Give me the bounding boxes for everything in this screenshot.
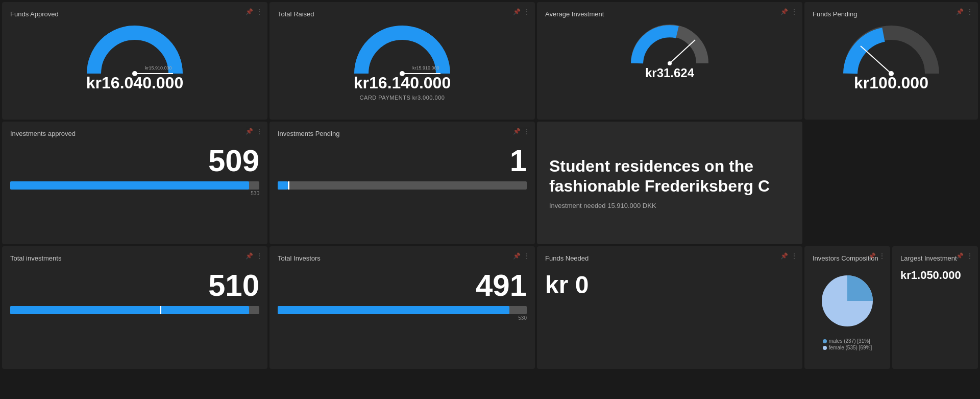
females-dot — [823, 346, 827, 350]
card-icons-9: 📌 ⋮ — [956, 8, 973, 15]
bar-fill-3 — [10, 306, 249, 314]
total-raised-gauge: kr15.910.000 kr16.140.000 CARD PAYMENTS … — [278, 22, 527, 101]
total-investors-bar — [278, 306, 527, 314]
card-icons-3: 📌 ⋮ — [780, 8, 797, 15]
pie-chart — [814, 268, 880, 334]
funds-pending-card: Funds Pending 📌 ⋮ kr100.000 — [804, 2, 978, 120]
legend-males: males (237) [31%] — [823, 338, 872, 344]
dots-icon-10[interactable]: ⋮ — [879, 252, 885, 260]
total-investments-bar — [10, 306, 259, 314]
card-icons: 📌 ⋮ — [246, 8, 262, 15]
investments-pending-card: Investments Pending 📌 ⋮ 1 — [270, 122, 535, 244]
pin-icon-9: 📌 — [956, 8, 964, 15]
total-investments-card: Total investments 📌 ⋮ 510 — [2, 246, 267, 369]
funds-approved-value: kr16.040.000 — [86, 74, 183, 92]
funds-needed-card: Funds Needed 📌 ⋮ kr 0 — [537, 246, 802, 369]
pin-icon-4: 📌 — [246, 128, 253, 135]
avg-investment-gauge: kr31.624 — [545, 22, 794, 80]
investments-approved-card: Investments approved 📌 ⋮ 509 530 — [2, 122, 267, 244]
project-card: Student residences on the fashionable Fr… — [537, 122, 802, 244]
pin-icon: 📌 — [246, 8, 253, 15]
card-icons-6: 📌 ⋮ — [246, 252, 262, 260]
card-icons-4: 📌 ⋮ — [246, 128, 262, 135]
funds-needed-value: kr 0 — [545, 271, 794, 299]
total-raised-card: Total Raised 📌 ⋮ kr15.910.000 kr16.140.0… — [270, 2, 535, 120]
funds-pending-title: Funds Pending — [813, 10, 857, 18]
gauge-svg-2: kr15.910.000 — [351, 22, 453, 79]
dots-icon-3[interactable]: ⋮ — [791, 8, 797, 15]
bar-marker-2 — [160, 306, 161, 314]
investments-approved-bar — [10, 181, 259, 190]
dots-icon-5[interactable]: ⋮ — [524, 128, 530, 135]
dots-icon-11[interactable]: ⋮ — [967, 252, 973, 260]
largest-investment-value: kr1.050.000 — [900, 269, 970, 282]
pin-icon-8: 📌 — [780, 252, 788, 260]
total-investments-title: Total investments — [10, 254, 61, 262]
funds-approved-card: Funds Approved 📌 ⋮ kr15.910.000 kr16.040… — [2, 2, 267, 120]
card-icons-8: 📌 ⋮ — [780, 252, 797, 260]
dots-icon[interactable]: ⋮ — [256, 8, 262, 15]
largest-investment-card: Largest Investment 📌 ⋮ kr1.050.000 — [892, 246, 978, 369]
bar-marker — [288, 181, 289, 190]
dots-icon-9[interactable]: ⋮ — [967, 8, 973, 15]
bottom-right-grid: Investors Composition 📌 ⋮ males (237) [3… — [804, 246, 978, 369]
gauge-svg-4 — [840, 22, 942, 79]
project-title: Student residences on the fashionable Fr… — [549, 156, 790, 196]
gauge-svg-3 — [629, 22, 710, 68]
average-investment-card: Average Investment 📌 ⋮ kr31.624 — [537, 2, 802, 120]
avg-investment-title: Average Investment — [545, 10, 604, 18]
total-investors-bar-label: 530 — [278, 315, 527, 321]
investments-approved-title: Investments approved — [10, 130, 76, 137]
card-icons-10: 📌 ⋮ — [868, 252, 885, 260]
card-icons-11: 📌 ⋮ — [956, 252, 973, 260]
total-investors-title: Total Investors — [278, 254, 321, 262]
total-investors-value: 491 — [278, 268, 527, 303]
dots-icon-4[interactable]: ⋮ — [256, 128, 262, 135]
pie-chart-container: males (237) [31%] female (535) [69%] — [813, 268, 882, 351]
dots-icon-7[interactable]: ⋮ — [524, 252, 530, 260]
funds-pending-gauge: kr100.000 — [813, 22, 970, 92]
svg-line-9 — [861, 46, 891, 74]
males-dot — [823, 339, 827, 343]
svg-text:kr15.910.000: kr15.910.000 — [412, 65, 439, 71]
investments-pending-title: Investments Pending — [278, 130, 339, 137]
funds-pending-value: kr100.000 — [854, 74, 928, 92]
pin-icon-3: 📌 — [780, 8, 788, 15]
pin-icon-7: 📌 — [513, 252, 521, 260]
dots-icon-8[interactable]: ⋮ — [791, 252, 797, 260]
females-label: female (535) [69%] — [829, 345, 872, 350]
svg-text:kr15.910.000: kr15.910.000 — [145, 65, 172, 71]
total-investments-value: 510 — [10, 268, 259, 303]
dots-icon-6[interactable]: ⋮ — [256, 252, 262, 260]
funds-needed-title: Funds Needed — [545, 254, 589, 262]
investments-approved-bar-label: 530 — [10, 191, 259, 196]
pin-icon-6: 📌 — [246, 252, 253, 260]
bar-fill — [10, 181, 249, 190]
pin-icon-10: 📌 — [868, 252, 876, 260]
svg-line-7 — [670, 40, 695, 63]
project-subtitle: Investment needed 15.910.000 DKK — [549, 202, 790, 209]
card-icons-7: 📌 ⋮ — [513, 252, 530, 260]
investments-pending-bar — [278, 181, 527, 190]
card-icons-5: 📌 ⋮ — [513, 128, 530, 135]
bar-fill-2 — [278, 181, 288, 190]
largest-investment-title: Largest Investment — [900, 254, 957, 262]
funds-approved-gauge: kr15.910.000 kr16.040.000 — [10, 22, 259, 92]
investments-pending-value: 1 — [278, 143, 527, 178]
total-raised-sub: CARD PAYMENTS kr3.000.000 — [360, 95, 445, 101]
total-raised-title: Total Raised — [278, 10, 314, 18]
funds-approved-title: Funds Approved — [10, 10, 59, 18]
avg-investment-value: kr31.624 — [645, 66, 694, 80]
total-raised-value: kr16.140.000 — [354, 74, 451, 92]
pin-icon-2: 📌 — [513, 8, 521, 15]
bar-fill-4 — [278, 306, 509, 314]
total-investors-card: Total Investors 📌 ⋮ 491 530 — [270, 246, 535, 369]
investors-composition-card: Investors Composition 📌 ⋮ males (237) [3… — [804, 246, 890, 369]
dots-icon-2[interactable]: ⋮ — [524, 8, 530, 15]
investments-approved-value: 509 — [10, 143, 259, 178]
card-icons-2: 📌 ⋮ — [513, 8, 530, 15]
legend-females: female (535) [69%] — [823, 345, 872, 350]
pin-icon-5: 📌 — [513, 128, 521, 135]
males-label: males (237) [31%] — [829, 338, 870, 344]
gauge-svg: kr15.910.000 — [84, 22, 186, 79]
